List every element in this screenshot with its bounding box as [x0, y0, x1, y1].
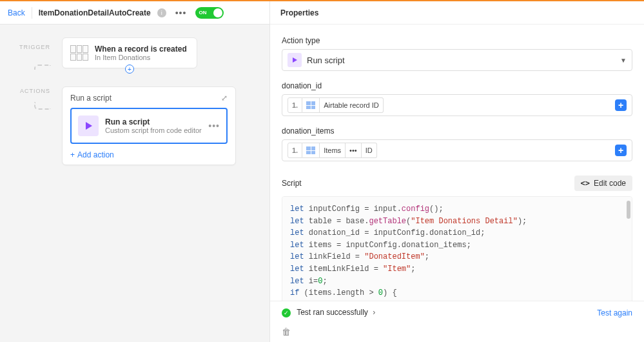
- scrollbar[interactable]: [627, 201, 630, 219]
- action-type-label: Action type: [282, 36, 632, 45]
- chevron-down-icon: ▼: [620, 57, 627, 64]
- plus-icon: +: [70, 150, 75, 159]
- test-status: ✓ Test ran successfully ›: [282, 308, 375, 317]
- donation-id-input[interactable]: 1. Airtable record ID +: [282, 94, 632, 116]
- donation-id-label: donation_id: [282, 81, 632, 90]
- chevron-right-icon: ›: [373, 308, 375, 317]
- add-token-button[interactable]: +: [615, 99, 627, 111]
- trigger-card[interactable]: When a record is created In Item Donatio…: [62, 37, 197, 68]
- more-menu-icon[interactable]: •••: [173, 8, 190, 18]
- add-action-button[interactable]: + Add action: [70, 150, 228, 159]
- table-icon: [306, 146, 315, 154]
- script-label: Script: [282, 179, 302, 188]
- check-icon: ✓: [282, 308, 291, 317]
- donation-items-input[interactable]: 1. Items ••• ID +: [282, 139, 632, 161]
- top-bar: Back ItemDonationDetailAutoCreate i ••• …: [0, 1, 269, 25]
- action-group: Run a script ⤢ Run a script Custom scrip…: [62, 86, 236, 165]
- script-preview: let inputConfig = input.config(); let ta…: [282, 196, 632, 301]
- trash-icon[interactable]: 🗑: [282, 327, 291, 337]
- token-chip[interactable]: 1. Airtable record ID: [288, 97, 384, 113]
- divider: [32, 7, 32, 19]
- back-link[interactable]: Back: [8, 8, 25, 17]
- actions-section-label: ACTIONS: [19, 86, 50, 94]
- automation-canvas-panel: Back ItemDonationDetailAutoCreate i ••• …: [0, 1, 270, 342]
- trigger-title: When a record is created: [95, 45, 187, 54]
- table-icon: [306, 101, 315, 109]
- automation-title: ItemDonationDetailAutoCreate: [39, 8, 151, 17]
- action-group-title: Run a script: [70, 94, 112, 103]
- trigger-section-label: TRIGGER: [19, 37, 50, 50]
- canvas: TRIGGER When a record is created In Item…: [0, 25, 269, 342]
- edit-code-button[interactable]: <> Edit code: [574, 176, 633, 191]
- action-subtitle: Custom script from code editor: [105, 126, 202, 134]
- properties-title: Properties: [270, 1, 644, 25]
- token-chip[interactable]: 1. Items ••• ID: [288, 143, 377, 158]
- script-icon: [78, 116, 99, 136]
- expand-icon[interactable]: ⤢: [221, 94, 228, 103]
- action-type-value: Run script: [307, 55, 345, 65]
- script-icon: [288, 53, 302, 67]
- table-icon: [70, 45, 88, 61]
- automation-toggle[interactable]: ON: [195, 7, 224, 19]
- add-step-icon[interactable]: +: [125, 65, 134, 74]
- trigger-subtitle: In Item Donations: [95, 54, 187, 61]
- test-again-button[interactable]: Test again: [597, 308, 632, 317]
- action-title: Run a script: [105, 117, 202, 126]
- properties-panel: Properties Action type Run script ▼ dona…: [270, 1, 644, 342]
- test-status-row[interactable]: ✓ Test ran successfully › Test again: [270, 301, 644, 324]
- code-icon: <>: [581, 179, 590, 188]
- action-type-select[interactable]: Run script ▼: [282, 49, 632, 71]
- action-more-icon[interactable]: •••: [208, 121, 220, 131]
- action-card-selected[interactable]: Run a script Custom script from code edi…: [70, 108, 228, 144]
- add-token-button[interactable]: +: [615, 145, 627, 156]
- info-icon[interactable]: i: [157, 8, 166, 17]
- donation-items-label: donation_items: [282, 126, 632, 136]
